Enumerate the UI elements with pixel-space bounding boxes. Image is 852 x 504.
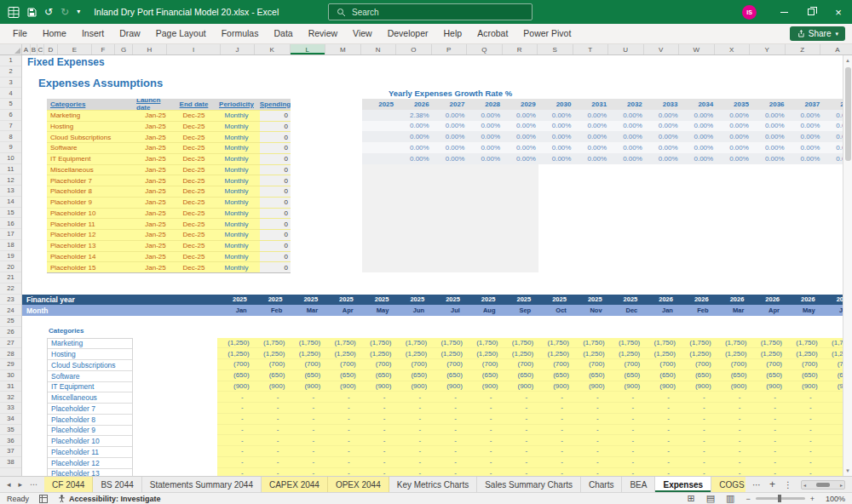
ribbon-tab-data[interactable]: Data [266,24,300,43]
share-button[interactable]: Share ▾ [790,26,845,41]
category-cell[interactable]: Placeholder 12 [48,458,132,469]
value-cell[interactable]: - [643,468,679,477]
assumption-category-cell[interactable]: Miscellaneous [47,165,136,175]
value-cell[interactable]: - [750,403,786,413]
value-cell[interactable]: (1,750) [253,338,289,348]
column-header[interactable]: J [221,44,255,54]
value-cell[interactable]: - [502,468,538,477]
ribbon-tab-page-layout[interactable]: Page Layout [148,24,214,43]
category-cell[interactable]: Placeholder 10 [48,436,132,447]
row-header[interactable]: 29 [0,359,21,370]
row-header[interactable]: 36 [0,435,21,446]
assumption-end-date-cell[interactable]: Dec-25 [175,165,213,175]
value-cell[interactable]: - [608,435,644,445]
row-header[interactable]: 32 [0,392,21,403]
ribbon-tab-acrobat[interactable]: Acrobat [469,24,515,43]
column-header[interactable]: Z [786,44,821,54]
column-header[interactable]: A [22,44,31,54]
value-cell[interactable]: (900) [786,381,821,392]
growth-rate-cell[interactable]: 0.00% [540,121,576,132]
value-cell[interactable]: - [573,414,608,424]
column-header[interactable]: U [608,44,644,54]
value-cell[interactable]: - [394,435,430,445]
value-cell[interactable]: (700) [502,359,538,369]
value-cell[interactable]: (1,750) [750,338,786,348]
growth-rate-cell[interactable] [362,110,398,121]
growth-rate-cell[interactable]: 0.00% [717,110,753,121]
value-cell[interactable]: - [394,403,430,413]
value-cell[interactable]: (650) [573,370,608,381]
avatar[interactable]: IS [742,5,757,20]
growth-rate-cell[interactable]: 0.00% [398,142,434,153]
sheet-tab-statements-summary-2044[interactable]: Statements Summary 2044 [142,477,262,492]
assumption-end-date-cell[interactable]: Dec-25 [175,230,213,240]
value-cell[interactable]: (1,750) [573,338,608,348]
value-cell[interactable]: - [679,403,715,413]
row-header[interactable]: 24 [0,305,21,316]
row-header[interactable]: 38 [0,457,21,468]
column-header[interactable]: T [573,44,609,54]
row-header[interactable]: 10 [0,153,21,164]
column-header[interactable]: G [115,44,133,54]
value-cell[interactable]: (1,250) [253,348,289,358]
assumption-launch-date-cell[interactable]: Jan-25 [136,165,175,175]
ribbon-tab-help[interactable]: Help [436,24,470,43]
row-header[interactable]: 2 [0,66,21,77]
value-cell[interactable]: - [288,414,324,424]
value-cell[interactable]: - [786,403,821,413]
row-header[interactable]: 3 [0,77,21,89]
value-cell[interactable]: (900) [324,381,360,392]
assumption-spending-cell[interactable]: 0 [260,198,291,208]
value-cell[interactable]: - [288,435,324,445]
vertical-scrollbar[interactable]: ▲ ▼ [843,55,852,476]
excel-logo-icon[interactable] [8,7,20,18]
value-cell[interactable]: - [502,457,538,467]
value-cell[interactable]: - [608,457,644,467]
column-header[interactable]: I [167,44,221,54]
growth-rate-cell[interactable]: 0.00% [789,110,825,121]
zoom-out-icon[interactable]: − [746,495,750,503]
growth-rate-cell[interactable]: 0.00% [398,153,434,164]
row-header[interactable]: 17 [0,229,21,240]
growth-rate-cell[interactable]: 0.00% [753,131,789,142]
scroll-down-icon[interactable]: ▼ [845,466,850,476]
value-cell[interactable]: - [573,446,608,456]
value-cell[interactable]: - [715,403,751,413]
search-box[interactable]: Search [328,3,532,20]
value-cell[interactable]: - [537,457,573,467]
growth-rate-cell[interactable]: 0.00% [717,142,753,153]
value-cell[interactable]: - [360,414,395,424]
growth-rate-cell[interactable]: 0.00% [504,121,540,132]
growth-rate-cell[interactable]: 0.00% [682,142,718,153]
value-cell[interactable]: - [502,435,538,445]
assumption-periodicity-cell[interactable]: Monthly [213,219,260,229]
value-cell[interactable]: - [253,425,289,435]
value-cell[interactable]: (1,750) [360,338,395,348]
sheet-tab-cogs-assumptions[interactable]: COGS Assumptions [711,477,746,492]
value-cell[interactable]: - [217,403,253,413]
growth-rate-cell[interactable]: 0.00% [611,131,647,142]
column-header[interactable]: N [361,44,397,54]
value-cell[interactable]: - [502,425,538,435]
value-cell[interactable]: - [253,403,289,413]
hscroll-right-icon[interactable]: ▸ [840,482,843,488]
value-cell[interactable]: - [679,457,715,467]
value-cell[interactable]: (1,750) [502,338,538,348]
value-cell[interactable]: - [573,403,608,413]
value-cell[interactable]: (650) [750,370,786,381]
column-header[interactable]: O [396,44,432,54]
row-header[interactable]: 20 [0,261,21,272]
growth-rate-cell[interactable]: 0.00% [647,121,682,132]
assumption-category-cell[interactable]: IT Equipment [47,154,136,164]
value-cell[interactable]: - [715,392,751,402]
value-cell[interactable]: (900) [430,381,466,392]
value-cell[interactable]: - [324,457,360,467]
growth-rate-cell[interactable]: 0.00% [647,153,682,164]
value-cell[interactable]: - [288,392,324,402]
value-cell[interactable]: - [679,468,715,477]
value-cell[interactable]: - [643,425,679,435]
value-cell[interactable]: - [253,392,289,402]
assumption-end-date-cell[interactable]: Dec-25 [175,111,213,121]
growth-rate-cell[interactable]: 0.00% [504,131,540,142]
column-header[interactable]: P [432,44,468,54]
